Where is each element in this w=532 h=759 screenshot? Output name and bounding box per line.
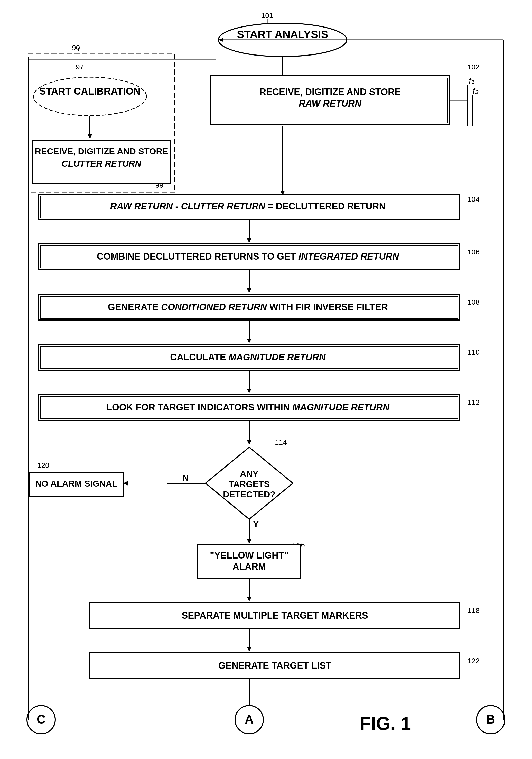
ref-112: 112 [468, 398, 479, 406]
ref-108: 108 [468, 298, 479, 306]
ref-114: 114 [275, 438, 287, 446]
fig-caption: FIG. 1 [360, 713, 411, 734]
f1-label: f₁ [469, 76, 475, 85]
y-label: Y [253, 519, 259, 529]
receive-raw-italic: RAW RETURN [299, 98, 362, 109]
ref-118: 118 [468, 607, 479, 615]
ref-106: 106 [468, 248, 479, 256]
yellow-alarm-line2: ALARM [233, 561, 266, 572]
separate-markers-label: SEPARATE MULTIPLE TARGET MARKERS [182, 610, 368, 621]
no-alarm-label: NO ALARM SIGNAL [35, 479, 117, 488]
declutter-label: RAW RETURN - CLUTTER RETURN = DECLUTTERE… [110, 201, 386, 212]
look-for-targets-label: LOOK FOR TARGET INDICATORS WITHIN MAGNIT… [106, 402, 390, 413]
receive-raw-line1: RECEIVE, DIGITIZE AND STORE [259, 87, 401, 97]
generate-conditioned-label: GENERATE CONDITIONED RETURN WITH FIR INV… [108, 302, 388, 312]
ref-122: 122 [468, 657, 479, 665]
receive-clutter-italic: CLUTTER RETURN [62, 159, 141, 168]
generate-target-list-label: GENERATE TARGET LIST [218, 660, 332, 671]
ref-99: 99 [155, 181, 163, 189]
diagram-container: 101 START ANALYSIS 90 97 START CALIBRATI… [0, 0, 532, 759]
receive-clutter-line1: RECEIVE, DIGITIZE AND STORE [35, 146, 168, 156]
connector-b: B [486, 712, 495, 726]
ref-104: 104 [468, 195, 479, 203]
f2-label: f₂ [473, 86, 478, 96]
ref-97: 97 [76, 63, 84, 71]
calculate-magnitude-label: CALCULATE MAGNITUDE RETURN [170, 352, 326, 362]
ref-102: 102 [468, 63, 479, 71]
n-label: N [182, 473, 189, 482]
connector-c: C [37, 712, 46, 726]
combine-label: COMBINE DECLUTTERED RETURNS TO GET INTEG… [97, 251, 399, 262]
any-targets-line1: ANY [240, 469, 258, 479]
connector-a: A [245, 712, 254, 726]
ref-120: 120 [37, 461, 49, 469]
any-targets-line2: TARGETS [229, 479, 270, 489]
any-targets-line3: DETECTED? [223, 489, 275, 499]
ref-90: 90 [72, 44, 80, 52]
start-analysis-label: START ANALYSIS [237, 28, 328, 40]
yellow-alarm-line1: "YELLOW LIGHT" [210, 550, 288, 561]
start-calibration-label: START CALIBRATION [39, 86, 140, 97]
ref-110: 110 [468, 348, 479, 356]
ref-101: 101 [261, 12, 273, 20]
